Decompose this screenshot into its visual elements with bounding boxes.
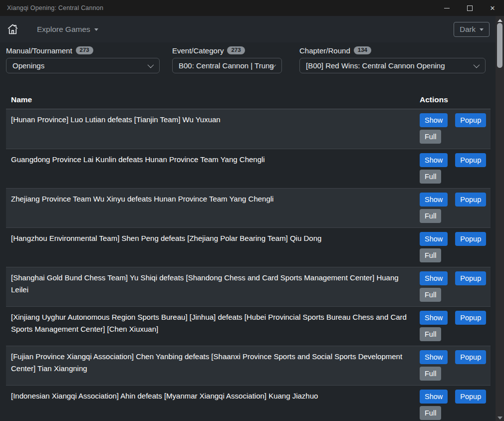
filter-label-text: Event/Category: [172, 46, 224, 55]
filter-label-text: Chapter/Round: [299, 46, 350, 55]
show-button[interactable]: Show: [420, 390, 448, 404]
game-name: [Shanghai Gold Bund Chess Team] Yu Shiqi…: [11, 272, 410, 296]
column-header-actions: Actions: [420, 95, 491, 104]
games-table: Name Actions [Hunan Province] Luo Lutian…: [6, 91, 491, 421]
chevron-down-icon: [480, 28, 484, 31]
game-name: Guangdong Province Lai Kunlin defeats Hu…: [11, 154, 410, 166]
filter-label-text: Manual/Tournament: [6, 46, 72, 55]
full-button[interactable]: Full: [420, 130, 441, 144]
filter-chapter-round: Chapter/Round 134 [B00] Red Wins: Centra…: [299, 46, 486, 73]
game-name-cell: [Fujian Province Xiangqi Association] Ch…: [6, 346, 420, 385]
show-button[interactable]: Show: [420, 193, 448, 207]
manual-tournament-select[interactable]: Openings: [6, 58, 160, 73]
selected-value: Openings: [12, 61, 44, 70]
window-title: Xiangqi Opening: Central Cannon: [0, 0, 435, 16]
game-name-cell: Guangdong Province Lai Kunlin defeats Hu…: [6, 149, 420, 188]
full-button[interactable]: Full: [420, 170, 441, 184]
table-row: [Fujian Province Xiangqi Association] Ch…: [6, 346, 491, 385]
popup-button[interactable]: Popup: [455, 311, 486, 325]
popup-button[interactable]: Popup: [455, 153, 486, 167]
close-button[interactable]: ✕: [481, 0, 504, 16]
game-name: [Fujian Province Xiangqi Association] Ch…: [11, 351, 410, 375]
game-name-cell: [Hangzhou Environmental Team] Shen Peng …: [6, 228, 420, 267]
popup-button[interactable]: Popup: [455, 232, 486, 246]
titlebar: Xiangqi Opening: Central Cannon ✕: [0, 0, 504, 16]
table-row: [Hunan Province] Luo Lutian defeats [Tia…: [6, 109, 491, 149]
main-content: Manual/Tournament 273 Openings Event/Cat…: [0, 42, 496, 421]
minimize-button[interactable]: [435, 0, 458, 16]
count-badge: 134: [354, 46, 371, 55]
selected-value: [B00] Red Wins: Central Cannon Opening: [306, 61, 445, 70]
game-name-cell: [Hunan Province] Luo Lutian defeats [Tia…: [6, 109, 420, 149]
game-name-cell: [Xinjiang Uyghur Autonomous Region Sport…: [6, 307, 420, 346]
count-badge: 273: [227, 46, 245, 55]
row-actions-cell: Show Popup Full: [420, 189, 491, 227]
selected-value: B00: Central Cannon | Trung: [179, 61, 274, 70]
popup-button[interactable]: Popup: [455, 113, 486, 127]
theme-label: Dark: [460, 25, 476, 33]
theme-dropdown-button[interactable]: Dark: [454, 22, 490, 37]
show-button[interactable]: Show: [420, 113, 448, 127]
explore-games-label: Explore Games: [37, 25, 90, 34]
popup-button[interactable]: Popup: [455, 193, 486, 207]
filter-label: Manual/Tournament 273: [6, 46, 160, 55]
filter-manual-tournament: Manual/Tournament 273 Openings: [6, 46, 160, 73]
full-button[interactable]: Full: [420, 209, 441, 223]
count-badge: 273: [76, 46, 93, 55]
row-actions-cell: Show Popup Full: [420, 346, 491, 385]
game-name: [Hangzhou Environmental Team] Shen Peng …: [11, 232, 410, 244]
home-button[interactable]: [6, 22, 26, 36]
table-row: [Hangzhou Environmental Team] Shen Peng …: [6, 227, 491, 267]
full-button[interactable]: Full: [420, 248, 441, 262]
chevron-down-icon: [148, 62, 154, 68]
event-category-select[interactable]: B00: Central Cannon | Trung: [172, 58, 282, 73]
show-button[interactable]: Show: [420, 153, 448, 167]
table-row: [Shanghai Gold Bund Chess Team] Yu Shiqi…: [6, 267, 491, 306]
show-button[interactable]: Show: [420, 311, 448, 325]
column-header-name: Name: [6, 95, 420, 104]
popup-button[interactable]: Popup: [455, 390, 486, 404]
table-header: Name Actions: [6, 91, 491, 109]
scrollbar-thumb[interactable]: [497, 23, 503, 68]
row-actions-cell: Show Popup Full: [420, 307, 491, 346]
filter-bar: Manual/Tournament 273 Openings Event/Cat…: [6, 46, 491, 73]
home-icon: [6, 22, 19, 36]
popup-button[interactable]: Popup: [455, 350, 486, 364]
explore-games-menu[interactable]: Explore Games: [37, 25, 98, 34]
window-controls: ✕: [435, 0, 504, 16]
full-button[interactable]: Full: [420, 367, 441, 381]
game-name: [Indonesian Xiangqi Association] Ahin de…: [11, 390, 410, 402]
game-name-cell: Zhejiang Province Team Wu Xinyu defeats …: [6, 189, 420, 227]
full-button[interactable]: Full: [420, 327, 441, 341]
filter-label: Event/Category 273: [172, 46, 282, 55]
close-icon: ✕: [490, 5, 496, 11]
game-name-cell: [Indonesian Xiangqi Association] Ahin de…: [6, 386, 420, 421]
show-button[interactable]: Show: [420, 232, 448, 246]
table-row: [Indonesian Xiangqi Association] Ahin de…: [6, 385, 491, 421]
game-name: Zhejiang Province Team Wu Xinyu defeats …: [11, 193, 410, 205]
filter-label: Chapter/Round 134: [299, 46, 486, 55]
table-row: [Xinjiang Uyghur Autonomous Region Sport…: [6, 306, 491, 346]
scroll-up-arrow-icon[interactable]: [498, 19, 503, 22]
full-button[interactable]: Full: [420, 288, 441, 302]
filter-event-category: Event/Category 273 B00: Central Cannon |…: [172, 46, 282, 73]
game-name-cell: [Shanghai Gold Bund Chess Team] Yu Shiqi…: [6, 267, 420, 306]
vertical-scrollbar: [496, 16, 504, 421]
games-table-body: [Hunan Province] Luo Lutian defeats [Tia…: [6, 109, 491, 421]
full-button[interactable]: Full: [420, 406, 441, 420]
popup-button[interactable]: Popup: [455, 271, 486, 285]
game-name: [Xinjiang Uyghur Autonomous Region Sport…: [11, 311, 410, 335]
chevron-down-icon: [94, 28, 98, 31]
show-button[interactable]: Show: [420, 271, 448, 285]
row-actions-cell: Show Popup Full: [420, 109, 491, 149]
game-name: [Hunan Province] Luo Lutian defeats [Tia…: [11, 114, 410, 126]
navbar: Explore Games Dark: [0, 16, 496, 42]
table-row: Zhejiang Province Team Wu Xinyu defeats …: [6, 188, 491, 227]
chapter-round-select[interactable]: [B00] Red Wins: Central Cannon Opening: [299, 58, 486, 73]
show-button[interactable]: Show: [420, 350, 448, 364]
maximize-icon: [467, 5, 473, 11]
row-actions-cell: Show Popup Full: [420, 386, 491, 421]
maximize-button[interactable]: [458, 0, 481, 16]
row-actions-cell: Show Popup Full: [420, 267, 491, 306]
scroll-down-arrow-icon[interactable]: [498, 417, 503, 420]
